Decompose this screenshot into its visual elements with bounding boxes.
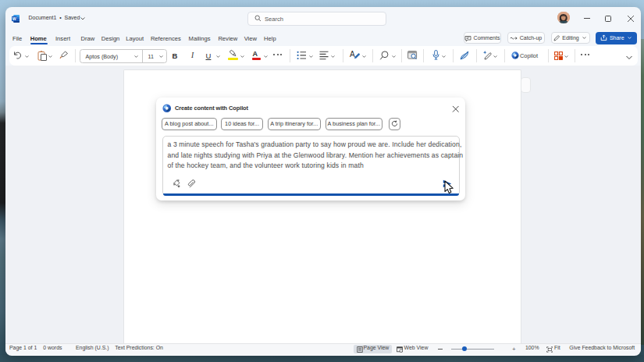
svg-text:W: W <box>12 16 16 21</box>
